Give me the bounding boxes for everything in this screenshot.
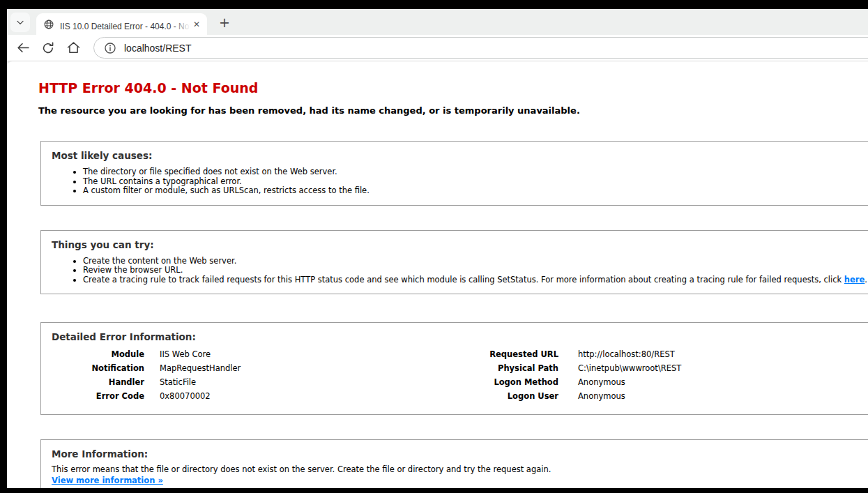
view-more-information-link[interactable]: View more information » [52, 476, 163, 485]
causes-heading: Most likely causes: [52, 150, 868, 161]
list-item: The URL contains a typographical error. [83, 177, 868, 187]
table-row: Physical Path C:\inetpub\wwwroot\REST [484, 361, 681, 375]
detail-label: Module [52, 347, 160, 361]
detail-value: MapRequestHandler [160, 361, 241, 375]
things-to-try-box: Things you can try: Create the content o… [40, 230, 868, 295]
home-button[interactable] [63, 38, 84, 59]
tab-title: IIS 10.0 Detailed Error - 404.0 - Not Fo… [60, 22, 190, 30]
list-item: Create the content on the Web server. [83, 257, 868, 266]
detail-value: Anonymous [578, 389, 681, 403]
refresh-icon [41, 41, 55, 55]
table-row: Error Code 0x80070002 [52, 389, 241, 403]
detail-label: Logon User [484, 389, 578, 403]
details-right-column: Requested URL http://localhost:80/REST P… [484, 347, 868, 403]
table-row: Handler StaticFile [52, 375, 241, 389]
detail-label: Error Code [52, 389, 160, 403]
browser-window: IIS 10.0 Detailed Error - 404.0 - Not Fo… [7, 9, 868, 488]
detail-value: Anonymous [578, 375, 681, 389]
chevron-down-icon [15, 17, 26, 28]
address-bar[interactable]: localhost/REST [93, 37, 868, 59]
sentence-period: . [865, 275, 867, 285]
here-link[interactable]: here [844, 275, 865, 285]
list-item: Create a tracing rule to track failed re… [83, 275, 868, 285]
table-row: Logon Method Anonymous [484, 375, 681, 389]
list-item: The directory or file specified does not… [83, 167, 868, 177]
detail-value: http://localhost:80/REST [578, 347, 681, 361]
site-info-button[interactable] [102, 40, 118, 56]
details-left-column: Module IIS Web Core Notification MapRequ… [52, 347, 484, 403]
detail-label: Logon Method [484, 375, 578, 389]
home-icon [66, 40, 81, 55]
page-subtitle: The resource you are looking for has bee… [38, 105, 868, 116]
detail-value: StaticFile [160, 375, 241, 389]
detail-label: Notification [52, 361, 160, 375]
table-row: Notification MapRequestHandler [52, 361, 241, 375]
globe-icon [43, 19, 54, 30]
tab-close-icon[interactable]: ✕ [190, 18, 203, 31]
table-row: Requested URL http://localhost:80/REST [484, 347, 681, 361]
back-arrow-icon [16, 40, 31, 55]
detail-value: IIS Web Core [160, 347, 241, 361]
navigation-bar: localhost/REST [7, 35, 868, 61]
detail-label: Physical Path [484, 361, 578, 375]
detailed-error-heading: Detailed Error Information: [52, 331, 868, 342]
tab-actions-button[interactable] [10, 13, 30, 32]
info-icon [104, 42, 116, 54]
detail-value: C:\inetpub\wwwroot\REST [578, 361, 681, 375]
tracing-rule-text: Create a tracing rule to track failed re… [83, 275, 844, 285]
detail-label: Requested URL [484, 347, 578, 361]
refresh-button[interactable] [38, 38, 59, 59]
tab-bar: IIS 10.0 Detailed Error - 404.0 - Not Fo… [7, 9, 868, 35]
list-item: A custom filter or module, such as URLSc… [83, 186, 868, 196]
back-button[interactable] [13, 38, 33, 59]
webpage: HTTP Error 404.0 - Not Found The resourc… [7, 61, 868, 488]
things-to-try-heading: Things you can try: [52, 239, 868, 250]
table-row: Module IIS Web Core [52, 347, 241, 361]
causes-list: The directory or file specified does not… [52, 167, 868, 196]
content-area: HTTP Error 404.0 - Not Found The resourc… [7, 61, 868, 488]
list-item: Review the browser URL. [83, 266, 868, 275]
more-information-box: More Information: This error means that … [40, 439, 868, 488]
causes-box: Most likely causes: The directory or fil… [40, 141, 868, 206]
more-information-heading: More Information: [52, 448, 868, 460]
more-information-text: This error means that the file or direct… [52, 464, 868, 474]
detail-label: Handler [52, 375, 160, 389]
browser-tab[interactable]: IIS 10.0 Detailed Error - 404.0 - Not Fo… [36, 13, 207, 35]
iis-error-page: HTTP Error 404.0 - Not Found The resourc… [7, 61, 868, 488]
detail-value: 0x80070002 [160, 389, 241, 403]
tab-title-wrap: IIS 10.0 Detailed Error - 404.0 - Not Fo… [60, 19, 190, 30]
page-title: HTTP Error 404.0 - Not Found [38, 80, 868, 96]
new-tab-button[interactable]: + [217, 15, 232, 30]
details-columns: Module IIS Web Core Notification MapRequ… [52, 347, 868, 403]
things-to-try-list: Create the content on the Web server. Re… [52, 257, 868, 285]
table-row: Logon User Anonymous [484, 389, 681, 403]
detailed-error-box: Detailed Error Information: Module IIS W… [40, 322, 868, 415]
address-url[interactable]: localhost/REST [124, 43, 191, 54]
